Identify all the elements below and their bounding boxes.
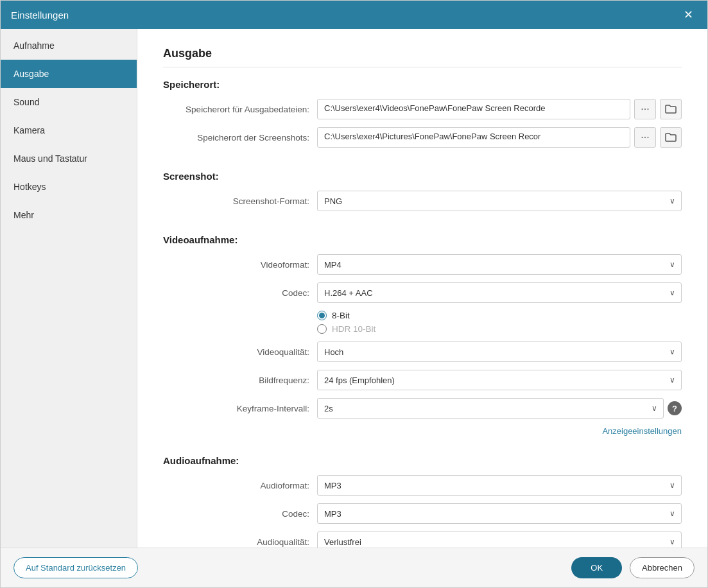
window-title: Einstellungen [11,10,69,21]
audio-codec-label: Codec: [163,509,317,519]
sidebar-item-maus-tastatur[interactable]: Maus und Tastatur [1,144,137,173]
folder-icon-2 [665,132,677,143]
speicherort-screenshots-label: Speicherort der Screenshots: [163,133,317,143]
videoqualitaet-row: Videoqualität: NiedrigMittelHochOriginal… [163,342,682,362]
audioaufnahme-title: Audioaufnahme: [163,455,682,466]
audioformat-label: Audioformat: [163,481,317,490]
audioqualitaet-select[interactable]: NiedrigMittelHochVerlustfrei [317,532,682,548]
ok-button[interactable]: OK [571,557,622,578]
videoqualitaet-controls: NiedrigMittelHochOriginal ∨ [317,342,682,362]
audioqualitaet-row: Audioqualität: NiedrigMittelHochVerlustf… [163,532,682,548]
audioqualitaet-select-wrapper: NiedrigMittelHochVerlustfrei ∨ [317,532,682,548]
speicherort-screenshots-dots-button[interactable]: ··· [634,127,656,148]
keyframe-label: Keyframe-Intervall: [163,404,317,413]
keyframe-controls: 1s2s3s4s5s ∨ ? [317,398,682,419]
videoqualitaet-label: Videoqualität: [163,347,317,357]
videoformat-label: Videoformat: [163,260,317,270]
screenshot-format-controls: PNG JPG BMP ∨ [317,191,682,211]
sidebar-item-aufnahme[interactable]: Aufnahme [1,31,137,60]
speicherort-screenshots-row: Speicherort der Screenshots: C:\Users\ex… [163,127,682,148]
bit-8-label: 8-Bit [332,311,350,320]
footer: Auf Standard zurücksetzen OK Abbrechen [1,548,707,587]
audio-codec-select-wrapper: MP3AACFLAC ∨ [317,503,682,524]
cancel-button[interactable]: Abbrechen [630,557,695,578]
keyframe-row: Keyframe-Intervall: 1s2s3s4s5s ∨ ? [163,398,682,419]
codec-controls: H.264 + AACH.265 + AACVP9 + OPUS ∨ [317,282,682,303]
screenshot-format-select[interactable]: PNG JPG BMP [317,191,682,211]
videoformat-row: Videoformat: MP4MOVAVIFLVTSGIF ∨ [163,254,682,275]
speicherort-screenshots-folder-button[interactable] [660,127,682,148]
content-area: Ausgabe Speicherort: Speicherort für Aus… [137,29,707,548]
speicherort-screenshots-input[interactable]: C:\Users\exer4\Pictures\FonePaw\FonePaw … [317,127,630,148]
videoaufnahme-title: Videoaufnahme: [163,234,682,245]
audio-codec-select[interactable]: MP3AACFLAC [317,503,682,524]
videoqualitaet-select-wrapper: NiedrigMittelHochOriginal ∨ [317,342,682,362]
main-content: Aufnahme Ausgabe Sound Kamera Maus und T… [1,29,707,548]
folder-icon [665,104,677,114]
sidebar-item-hotkeys[interactable]: Hotkeys [1,173,137,201]
screenshot-format-label: Screenshot-Format: [163,196,317,206]
sidebar: Aufnahme Ausgabe Sound Kamera Maus und T… [1,29,137,548]
codec-row: Codec: H.264 + AACH.265 + AACVP9 + OPUS … [163,282,682,303]
close-button[interactable]: ✕ [679,6,697,24]
speicherort-ausgabe-folder-button[interactable] [660,99,682,119]
videoqualitaet-select[interactable]: NiedrigMittelHochOriginal [317,342,682,362]
titlebar: Einstellungen ✕ [1,1,707,29]
bit-8-radio[interactable] [317,311,327,320]
speicherort-ausgabe-input[interactable]: C:\Users\exer4\Videos\FonePaw\FonePaw Sc… [317,99,630,119]
bildfrequenz-select[interactable]: 15 fps20 fps24 fps (Empfohlen)30 fps60 f… [317,370,682,390]
speicherort-screenshots-controls: C:\Users\exer4\Pictures\FonePaw\FonePaw … [317,127,682,148]
screenshot-format-select-wrapper: PNG JPG BMP ∨ [317,191,682,211]
bit-hdr-row: HDR 10-Bit [317,324,682,334]
bit-hdr-radio[interactable] [317,324,327,334]
bildfrequenz-controls: 15 fps20 fps24 fps (Empfohlen)30 fps60 f… [317,370,682,390]
speicherort-ausgabe-label: Speicherort für Ausgabedateien: [163,105,317,114]
anzeigeeinstellungen-link[interactable]: Anzeigeeinstellungen [602,426,682,436]
audio-codec-row: Codec: MP3AACFLAC ∨ [163,503,682,524]
bildfrequenz-select-wrapper: 15 fps20 fps24 fps (Empfohlen)30 fps60 f… [317,370,682,390]
keyframe-select-wrapper: 1s2s3s4s5s ∨ [317,398,664,419]
reset-button[interactable]: Auf Standard zurücksetzen [13,557,138,578]
audioformat-select[interactable]: MP3AACFLACOGGWAV [317,475,682,496]
codec-select-wrapper: H.264 + AACH.265 + AACVP9 + OPUS ∨ [317,282,682,303]
bit-hdr-label: HDR 10-Bit [332,324,376,334]
videoformat-select-wrapper: MP4MOVAVIFLVTSGIF ∨ [317,254,682,275]
bit-radio-group: 8-Bit HDR 10-Bit [317,311,682,334]
audioformat-select-wrapper: MP3AACFLACOGGWAV ∨ [317,475,682,496]
section-title: Ausgabe [163,47,682,67]
videoformat-select[interactable]: MP4MOVAVIFLVTSGIF [317,254,682,275]
bit-8-row: 8-Bit [317,311,682,320]
screenshot-format-row: Screenshot-Format: PNG JPG BMP ∨ [163,191,682,211]
keyframe-help-icon[interactable]: ? [668,401,682,415]
keyframe-select[interactable]: 1s2s3s4s5s [317,398,664,419]
speicherort-ausgabe-row: Speicherort für Ausgabedateien: C:\Users… [163,99,682,119]
audio-codec-controls: MP3AACFLAC ∨ [317,503,682,524]
bildfrequenz-row: Bildfrequenz: 15 fps20 fps24 fps (Empfoh… [163,370,682,390]
videoformat-controls: MP4MOVAVIFLVTSGIF ∨ [317,254,682,275]
codec-select[interactable]: H.264 + AACH.265 + AACVP9 + OPUS [317,282,682,303]
sidebar-item-sound[interactable]: Sound [1,88,137,116]
audioformat-controls: MP3AACFLACOGGWAV ∨ [317,475,682,496]
speicherort-ausgabe-dots-button[interactable]: ··· [634,99,656,119]
bildfrequenz-label: Bildfrequenz: [163,376,317,385]
audioqualitaet-label: Audioqualität: [163,537,317,547]
audioformat-row: Audioformat: MP3AACFLACOGGWAV ∨ [163,475,682,496]
codec-label: Codec: [163,288,317,298]
footer-right: OK Abbrechen [571,557,695,578]
screenshot-title: Screenshot: [163,171,682,182]
audioqualitaet-controls: NiedrigMittelHochVerlustfrei ∨ [317,532,682,548]
sidebar-item-mehr[interactable]: Mehr [1,201,137,229]
sidebar-item-kamera[interactable]: Kamera [1,116,137,144]
anzeigeeinstellungen-row: Anzeigeeinstellungen [163,426,682,436]
speicherort-ausgabe-controls: C:\Users\exer4\Videos\FonePaw\FonePaw Sc… [317,99,682,119]
sidebar-item-ausgabe[interactable]: Ausgabe [1,60,137,88]
speicherort-title: Speicherort: [163,79,682,90]
settings-window: Einstellungen ✕ Aufnahme Ausgabe Sound K… [0,0,708,588]
